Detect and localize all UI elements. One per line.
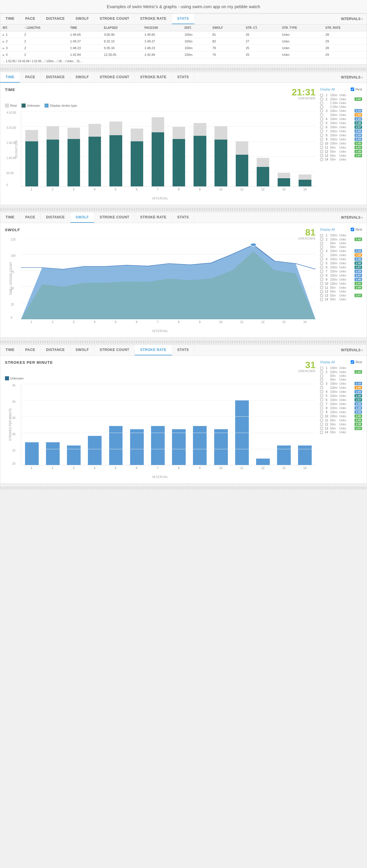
sr-sr-14[interactable]: 1450mUnkn — [320, 430, 362, 434]
tab-stroke-count[interactable]: STROKE COUNT — [94, 14, 135, 24]
sidebar-row-12[interactable]: 12 50m Unkn 1:38 — [320, 150, 362, 154]
sr-sr-3[interactable]: 3100mUnkn1:15 — [320, 381, 362, 385]
tab-swolf-3[interactable]: SWOLF — [70, 212, 94, 223]
sr-display-all[interactable]: Display All — [320, 360, 335, 364]
tab-stroke-rate-3[interactable]: STROKE RATE — [135, 212, 172, 223]
sr-sr-9[interactable]: 9100mUnkn1:25 — [320, 410, 362, 414]
swolf-rest-checkbox[interactable] — [351, 228, 354, 231]
sidebar-cb-1[interactable] — [320, 94, 323, 97]
tab-stats[interactable]: STATS — [172, 14, 194, 24]
sidebar-cb-8[interactable] — [320, 134, 323, 137]
legend-stroke-checkbox[interactable]: ✓ — [45, 103, 49, 107]
swolf-sr-12[interactable]: 1250mUnkn — [320, 290, 362, 293]
sr-sr-13[interactable]: 1350mUnkn1:07 — [320, 426, 362, 430]
swolf-display-all[interactable]: Display All — [320, 228, 335, 231]
sidebar-row-6[interactable]: 6 100m Unkn 1:57 — [320, 125, 362, 129]
tab-distance-2[interactable]: DISTANCE — [41, 72, 70, 83]
swolf-sr-2b[interactable]: 50mUnkn — [320, 245, 362, 249]
swolf-sr-5[interactable]: 5100mUnkn1:48 — [320, 261, 362, 265]
sidebar-row-4[interactable]: 4 100m Unkn 1:25 — [320, 117, 362, 121]
swolf-sr-3a[interactable]: 100mUnkn1:08 — [320, 253, 362, 257]
scroll-hint-3[interactable] — [0, 341, 367, 343]
sidebar-row-10[interactable]: 10 100m Unkn 1:45 — [320, 141, 362, 145]
sr-sr-2a[interactable]: 50mUnkn — [320, 374, 362, 378]
swolf-sr-11[interactable]: 1150mUnkn1:09 — [320, 285, 362, 290]
tab-pace-3[interactable]: PACE — [20, 212, 41, 223]
sidebar-cb-7[interactable] — [320, 130, 323, 133]
sidebar-row-9[interactable]: 9 100m Unkn 1:20 — [320, 137, 362, 141]
sr-sr-11[interactable]: 1150mUnkn1:09 — [320, 418, 362, 422]
tab-stroke-rate-4[interactable]: STROKE RATE — [135, 345, 172, 355]
scroll-hint-1[interactable] — [0, 68, 367, 71]
tab-stroke-count-2[interactable]: STROKE COUNT — [94, 72, 135, 83]
tab-pace-2[interactable]: PACE — [20, 72, 41, 83]
sr-sr-4[interactable]: 4100mUnkn1:25 — [320, 390, 362, 394]
sidebar-cb-11[interactable] — [320, 146, 323, 149]
sidebar-cb-6[interactable] — [320, 126, 323, 128]
swolf-sr-8[interactable]: 8100mUnkn1:47 — [320, 273, 362, 277]
sidebar-row-14[interactable]: 14 50m Unkn — [320, 158, 362, 161]
tab-intervals-2[interactable]: INTERVALS › — [337, 72, 367, 83]
swolf-sr-1[interactable]: 1100mUnkn — [320, 234, 362, 237]
sidebar-cb-13[interactable] — [320, 154, 323, 157]
tab-time-3[interactable]: TIME — [0, 212, 20, 223]
sr-sr-2b[interactable]: 50mUnkn — [320, 378, 362, 381]
sr-sr-5[interactable]: 5100mUnkn1:48 — [320, 394, 362, 398]
sidebar-row-13[interactable]: 13 50m Unkn 1:07 — [320, 154, 362, 158]
tab-stroke-count-4[interactable]: STROKE COUNT — [94, 345, 135, 355]
display-all-link[interactable]: Display All — [320, 88, 335, 91]
sidebar-cb-14[interactable] — [320, 158, 323, 161]
sr-sr-1[interactable]: 1100mUnkn — [320, 366, 362, 370]
swolf-sr-13[interactable]: 1350mUnkn1:07 — [320, 293, 362, 298]
tab-stroke-rate[interactable]: STROKE RATE — [135, 14, 172, 24]
sr-sr-7[interactable]: 7100mUnkn1:28 — [320, 402, 362, 406]
sr-sr-6[interactable]: 6100mUnkn1:57 — [320, 398, 362, 402]
tab-intervals[interactable]: INTERVALS › — [337, 14, 367, 24]
sr-rest-checkbox[interactable] — [351, 360, 354, 364]
tab-stroke-rate-2[interactable]: STROKE RATE — [135, 72, 172, 83]
sidebar-row-7[interactable]: 7 100m Unkn 1:28 — [320, 129, 362, 133]
sidebar-rest-check[interactable]: Rest — [351, 88, 362, 91]
sr-rest-check[interactable]: Rest — [351, 360, 362, 364]
swolf-sr-6[interactable]: 6100mUnkn1:57 — [320, 265, 362, 269]
swolf-sr-2a[interactable]: 50mUnkn — [320, 241, 362, 245]
sidebar-cb-2b[interactable] — [320, 105, 323, 108]
sidebar-cb-5[interactable] — [320, 122, 323, 124]
tab-stats-4[interactable]: STATS — [172, 345, 194, 355]
legend-stroke-type[interactable]: ✓ Display stroke type — [45, 103, 77, 107]
tab-stats-2[interactable]: STATS — [172, 72, 194, 83]
tab-time[interactable]: TIME — [0, 14, 20, 24]
sidebar-cb-2[interactable] — [320, 98, 323, 101]
tab-swolf-4[interactable]: SWOLF — [70, 345, 94, 355]
sidebar-row-11[interactable]: 11 50m Unkn 1:01 — [320, 145, 362, 150]
swolf-sr-3[interactable]: 3100mUnkn1:15 — [320, 249, 362, 253]
tab-stroke-count-3[interactable]: STROKE COUNT — [94, 212, 135, 223]
tab-distance[interactable]: DISTANCE — [41, 14, 70, 24]
sidebar-cb-2a[interactable] — [320, 102, 323, 105]
sidebar-row-8[interactable]: 8 100m Unkn 1:28 — [320, 133, 362, 137]
sidebar-cb-9[interactable] — [320, 138, 323, 141]
sidebar-row-2b[interactable]: 2 50m Unkn — [320, 105, 362, 109]
sidebar-cb-10[interactable] — [320, 142, 323, 145]
sr-sr-12[interactable]: 1250mUnkn1:38 — [320, 422, 362, 426]
tab-time-4[interactable]: TIME — [0, 345, 20, 355]
sidebar-row-1[interactable]: 1 100m Unkn — [320, 93, 362, 97]
swolf-rest-check[interactable]: Rest — [351, 228, 362, 231]
tab-distance-4[interactable]: DISTANCE — [41, 345, 70, 355]
tab-pace-4[interactable]: PACE — [20, 345, 41, 355]
scroll-hint-2[interactable] — [0, 208, 367, 211]
tab-swolf[interactable]: SWOLF — [70, 14, 94, 24]
tab-intervals-3[interactable]: INTERVALS › — [337, 212, 367, 223]
sr-sr-3a[interactable]: 100mUnkn1:08 — [320, 385, 362, 390]
sr-sr-2[interactable]: 2100mUnkn1:42 — [320, 370, 362, 374]
sidebar-row-3a[interactable]: 100m Unkn 1:08 — [320, 113, 362, 117]
sidebar-row-5[interactable]: 5 100m Unkn 1:48 — [320, 121, 362, 125]
tab-pace[interactable]: PACE — [20, 14, 41, 24]
sidebar-row-2a[interactable]: 1 50m Unkn — [320, 101, 362, 105]
tab-intervals-4[interactable]: INTERVALS › — [337, 345, 367, 355]
rest-checkbox[interactable] — [351, 88, 354, 91]
sr-sr-10[interactable]: 10100mUnkn1:45 — [320, 414, 362, 418]
swolf-sr-7[interactable]: 7100mUnkn1:28 — [320, 269, 362, 273]
sidebar-cb-3[interactable] — [320, 109, 323, 112]
swolf-sr-9[interactable]: 9100mUnkn1:46 — [320, 277, 362, 281]
